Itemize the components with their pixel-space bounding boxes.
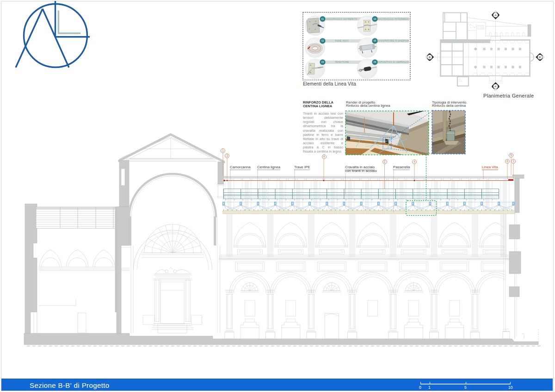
svg-text:A': A' <box>494 85 497 88</box>
svg-text:DISPOSITIVO DI SERRAGGIO: DISPOSITIVO DI SERRAGGIO <box>376 61 411 63</box>
svg-text:B': B' <box>539 56 541 59</box>
svg-text:TENDITORE: TENDITORE <box>335 61 349 63</box>
svg-text:ANCORAGGIO INTERMEDIO: ANCORAGGIO INTERMEDIO <box>377 18 410 20</box>
svg-text:B: B <box>429 56 431 59</box>
svg-text:0: 0 <box>419 385 421 390</box>
svg-text:ANCORAGGIO ESTREMITA': ANCORAGGIO ESTREMITA' <box>326 18 358 20</box>
svg-text:10: 10 <box>508 385 513 390</box>
svg-text:01: 01 <box>321 18 324 20</box>
svg-text:5: 5 <box>464 385 467 390</box>
svg-text:A: A <box>494 14 496 17</box>
svg-text:02: 02 <box>321 40 324 42</box>
svg-text:DISSIPATORE DI ENERGIA: DISSIPATORE DI ENERGIA <box>378 40 409 42</box>
svg-text:1: 1 <box>428 385 431 390</box>
svg-text:04: 04 <box>374 18 376 20</box>
svg-text:FUNE INOX: FUNE INOX <box>335 40 349 42</box>
svg-text:05: 05 <box>374 40 376 42</box>
svg-text:03: 03 <box>321 61 324 63</box>
svg-text:06: 06 <box>374 61 376 63</box>
